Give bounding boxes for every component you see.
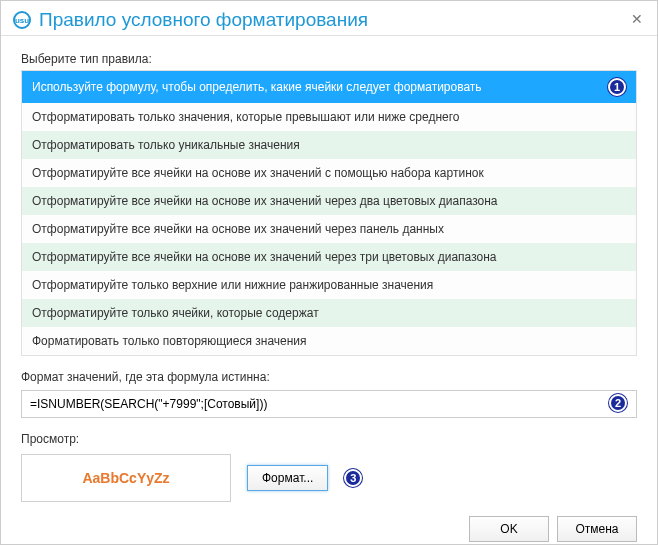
- rule-item[interactable]: Отформатируйте все ячейки на основе их з…: [22, 215, 636, 243]
- titlebar: usu Правило условного форматирования ✕: [1, 1, 657, 36]
- callout-badge-2: 2: [609, 394, 627, 412]
- rule-item-formula[interactable]: Используйте формулу, чтобы определить, к…: [22, 71, 636, 103]
- rule-item-label: Отформатируйте все ячейки на основе их з…: [32, 250, 626, 264]
- rule-item-label: Отформатируйте только ячейки, которые со…: [32, 306, 626, 320]
- formula-section-label: Формат значений, где эта формула истинна…: [21, 370, 637, 384]
- rule-item-label: Отформатируйте все ячейки на основе их з…: [32, 222, 626, 236]
- rule-item-label: Отформатируйте все ячейки на основе их з…: [32, 194, 626, 208]
- dialog-title: Правило условного форматирования: [39, 9, 368, 31]
- select-rule-label: Выберите тип правила:: [21, 52, 637, 66]
- dialog-body: Выберите тип правила: Используйте формул…: [1, 36, 657, 506]
- callout-badge-1: 1: [608, 78, 626, 96]
- formula-input[interactable]: [21, 390, 637, 418]
- rule-item[interactable]: Отформатировать только уникальные значен…: [22, 131, 636, 159]
- preview-box: AaBbCcYyZz: [21, 454, 231, 502]
- dialog-footer: OK Отмена: [1, 506, 657, 545]
- app-icon: usu: [13, 11, 31, 29]
- cancel-button[interactable]: Отмена: [557, 516, 637, 542]
- rule-item[interactable]: Отформатируйте все ячейки на основе их з…: [22, 159, 636, 187]
- callout-badge-3: 3: [344, 469, 362, 487]
- rule-item[interactable]: Отформатировать только значения, которые…: [22, 103, 636, 131]
- rule-item-label: Форматировать только повторяющиеся значе…: [32, 334, 626, 348]
- rule-item-label: Отформатируйте все ячейки на основе их з…: [32, 166, 626, 180]
- rule-item[interactable]: Форматировать только повторяющиеся значе…: [22, 327, 636, 355]
- rule-type-list: Используйте формулу, чтобы определить, к…: [21, 70, 637, 356]
- preview-section-label: Просмотр:: [21, 432, 637, 446]
- preview-row: AaBbCcYyZz Формат... 3: [21, 454, 637, 502]
- formula-row: 2: [21, 388, 637, 418]
- rule-item-label: Отформатировать только уникальные значен…: [32, 138, 626, 152]
- rule-item[interactable]: Отформатируйте только верхние или нижние…: [22, 271, 636, 299]
- close-icon[interactable]: ✕: [631, 11, 643, 27]
- rule-item[interactable]: Отформатируйте только ячейки, которые со…: [22, 299, 636, 327]
- ok-button[interactable]: OK: [469, 516, 549, 542]
- rule-item-label: Отформатируйте только верхние или нижние…: [32, 278, 626, 292]
- conditional-format-dialog: usu Правило условного форматирования ✕ В…: [0, 0, 658, 545]
- format-button[interactable]: Формат...: [247, 465, 328, 491]
- rule-item[interactable]: Отформатируйте все ячейки на основе их з…: [22, 187, 636, 215]
- rule-item-label: Отформатировать только значения, которые…: [32, 110, 626, 124]
- rule-item-label: Используйте формулу, чтобы определить, к…: [32, 80, 608, 94]
- rule-item[interactable]: Отформатируйте все ячейки на основе их з…: [22, 243, 636, 271]
